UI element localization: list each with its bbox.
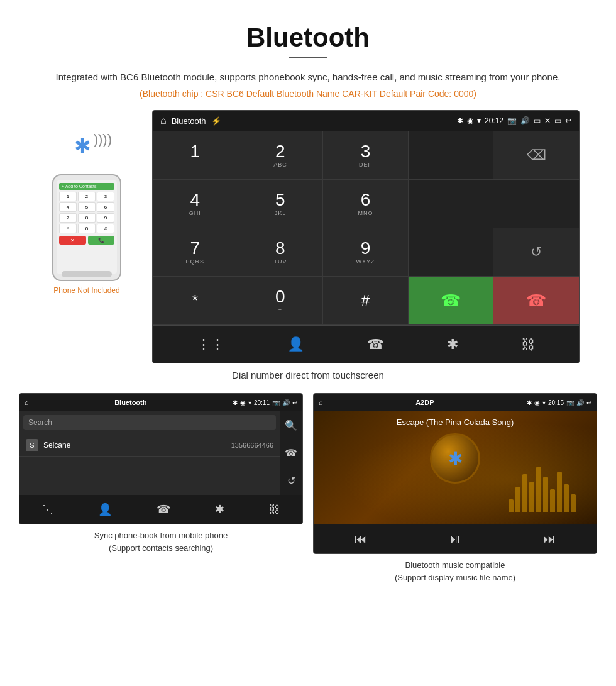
pb-time: 20:11: [254, 399, 270, 406]
music-back-icon: ↩: [586, 399, 591, 406]
phonebook-search[interactable]: Search: [23, 415, 276, 430]
next-track-button[interactable]: ⏭: [543, 532, 556, 546]
pb-camera-icon: 📷: [272, 399, 280, 406]
pb-bluetooth-icon[interactable]: ✱: [215, 502, 224, 516]
call-action-icon[interactable]: ☎: [367, 336, 384, 353]
prev-track-button[interactable]: ⏮: [355, 532, 367, 546]
key-redial[interactable]: ↺: [493, 228, 579, 277]
screen-icon: ▭: [534, 116, 541, 125]
pb-phone-icon[interactable]: ☎: [157, 502, 170, 516]
phonebook-statusbar: ⌂ Bluetooth ✱ ◉ ▾ 20:11 📷 🔊 ↩: [19, 394, 302, 411]
pb-grid-icon[interactable]: ⋱: [42, 502, 53, 516]
pb-link-icon[interactable]: ⛓: [269, 503, 280, 516]
key-call[interactable]: ☎: [409, 277, 494, 325]
usb-icon: ⚡: [211, 116, 221, 126]
pb-bt-icon: ✱: [233, 399, 238, 406]
camera-icon: 📷: [507, 116, 517, 125]
key-2[interactable]: 2 ABC: [238, 131, 324, 180]
key-3[interactable]: 3 DEF: [323, 131, 409, 180]
music-controls: ⏮ ⏯ ⏭: [314, 524, 597, 553]
pb-app-name: Bluetooth: [29, 399, 233, 406]
window-icon: ▭: [554, 116, 561, 125]
phonebook-empty-space: [19, 457, 280, 495]
music-visualizer: [509, 462, 584, 512]
key-4[interactable]: 4 GHI: [153, 180, 238, 228]
key-0[interactable]: 0 +: [238, 277, 324, 325]
pb-statusbar-right: ✱ ◉ ▾ 20:11 📷 🔊 ↩: [233, 399, 297, 406]
key-empty-2: [409, 180, 494, 228]
android-statusbar: ⌂ Bluetooth ⚡ ✱ ◉ ▾ 20:12 📷 🔊 ▭ ✕ ▭ ↩: [153, 111, 579, 131]
key-end-call[interactable]: ☎: [493, 277, 579, 325]
title-underline: [289, 57, 327, 58]
key-6[interactable]: 6 MNO: [323, 180, 409, 228]
key-backspace[interactable]: ⌫: [493, 131, 579, 180]
home-icon: ⌂: [160, 115, 167, 126]
phone-keypad: 123 456 789 *0#: [59, 192, 114, 233]
main-caption: Dial number direct from touchscreen: [0, 370, 616, 380]
phonebook-screen: ⌂ Bluetooth ✱ ◉ ▾ 20:11 📷 🔊 ↩ Search: [19, 393, 303, 524]
pb-vol-icon: 🔊: [282, 399, 290, 406]
key-star[interactable]: *: [153, 277, 238, 325]
pb-wifi-icon: ▾: [248, 399, 251, 406]
key-hash[interactable]: #: [323, 277, 409, 325]
phone-not-included-label: Phone Not Included: [53, 286, 119, 295]
pb-search-icon[interactable]: 🔍: [285, 419, 297, 431]
phonebook-sidebar: 🔍 ☎ ↺: [280, 411, 302, 495]
contact-letter: S: [26, 439, 38, 451]
back-nav-icon: ↩: [565, 116, 571, 125]
volume-icon: 🔊: [520, 116, 530, 125]
music-vol-icon: 🔊: [576, 399, 584, 406]
pb-user-icon[interactable]: 👤: [98, 502, 112, 516]
statusbar-app-name: Bluetooth: [172, 116, 206, 126]
music-body: Escape (The Pina Colada Song) ✱: [314, 411, 597, 524]
phonebook-bottom-bar: ⋱ 👤 ☎ ✱ ⛓: [19, 495, 302, 524]
contacts-action-icon[interactable]: 👤: [287, 336, 304, 353]
music-cam-icon: 📷: [566, 399, 574, 406]
bluetooth-info-text: (Bluetooth chip : CSR BC6 Default Blueto…: [0, 87, 616, 110]
key-5[interactable]: 5 JKL: [238, 180, 324, 228]
pb-back-icon: ↩: [292, 399, 297, 406]
bluetooth-action-icon[interactable]: ✱: [447, 336, 458, 353]
key-1[interactable]: 1 —: [153, 131, 238, 180]
music-statusbar-right: ✱ ◉ ▾ 20:15 📷 🔊 ↩: [527, 399, 591, 406]
pb-refresh-icon[interactable]: ↺: [287, 475, 295, 487]
phonebook-panel: ⌂ Bluetooth ✱ ◉ ▾ 20:11 📷 🔊 ↩ Search: [19, 393, 303, 584]
pb-call-icon[interactable]: ☎: [285, 447, 297, 459]
signal-arc-icon: )))): [94, 131, 112, 148]
link-action-icon[interactable]: ⛓: [521, 336, 535, 353]
statusbar-right: ✱ ◉ ▾ 20:12 📷 🔊 ▭ ✕ ▭ ↩: [457, 116, 571, 125]
grid-action-icon[interactable]: ⋮⋮: [197, 336, 224, 353]
phone-side: ✱ )))) + Add to Contacts 123 456 789 *0#: [36, 129, 137, 295]
play-pause-button[interactable]: ⏯: [449, 532, 461, 546]
bluetooth-signal-area: ✱ )))): [62, 129, 112, 167]
music-statusbar: ⌂ A2DP ✱ ◉ ▾ 20:15 📷 🔊 ↩: [314, 394, 597, 411]
contact-row: S Seicane 13566664466: [19, 434, 280, 457]
music-screen: ⌂ A2DP ✱ ◉ ▾ 20:15 📷 🔊 ↩ Escape (The Pin…: [313, 393, 597, 554]
dialer-bottom-bar: ⋮⋮ 👤 ☎ ✱ ⛓: [153, 325, 579, 363]
contact-name: Seicane: [43, 441, 231, 450]
phonebook-wrapper: Search S Seicane 13566664466 🔍 ☎ ↺: [19, 411, 302, 495]
key-7[interactable]: 7 PQRS: [153, 228, 238, 277]
music-time: 20:15: [548, 399, 564, 406]
phone-home-button: [62, 271, 112, 277]
music-gps-icon: ◉: [534, 399, 540, 406]
music-bt-stat-icon: ✱: [527, 399, 532, 406]
music-app-name: A2DP: [323, 399, 527, 406]
key-empty-3: [493, 180, 579, 228]
phonebook-caption: Sync phone-book from mobile phone (Suppo…: [19, 529, 303, 554]
subtitle-text: Integrated with BC6 Bluetooth module, su…: [0, 70, 616, 87]
key-9[interactable]: 9 WXYZ: [323, 228, 409, 277]
music-song-title: Escape (The Pina Colada Song): [390, 418, 520, 427]
dialer-screen: ⌂ Bluetooth ⚡ ✱ ◉ ▾ 20:12 📷 🔊 ▭ ✕ ▭ ↩: [152, 110, 580, 363]
bluetooth-icon: ✱: [74, 134, 91, 158]
dialer-grid: 1 — 2 ABC 3 DEF ⌫ 4 GHI 5 JKL: [153, 131, 579, 325]
close-icon: ✕: [544, 116, 551, 125]
phone-screen-header: + Add to Contacts: [59, 183, 114, 190]
phonebook-main: Search S Seicane 13566664466: [19, 411, 280, 495]
music-home-icon: ⌂: [319, 399, 323, 406]
phone-image: + Add to Contacts 123 456 789 *0# ✕ 📞: [52, 174, 121, 281]
key-empty-1: [409, 131, 494, 180]
bottom-panels: ⌂ Bluetooth ✱ ◉ ▾ 20:11 📷 🔊 ↩ Search: [0, 393, 616, 584]
key-8[interactable]: 8 TUV: [238, 228, 324, 277]
music-album-art: ✱: [430, 433, 480, 484]
